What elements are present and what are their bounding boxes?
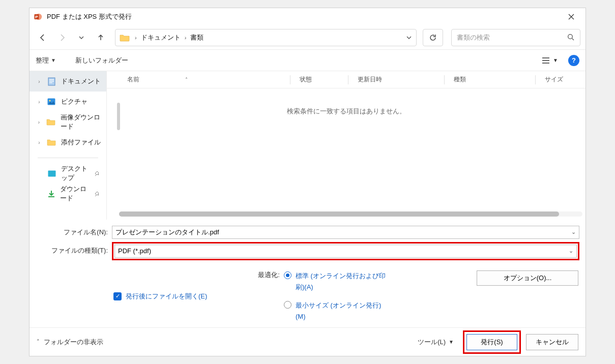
sidebar-item-pictures[interactable]: › ピクチャ [30, 92, 106, 112]
svg-text:P: P [35, 15, 38, 19]
pin-icon [95, 191, 100, 197]
column-type[interactable]: 種類 [454, 75, 535, 84]
open-after-checkbox[interactable]: ✓ 発行後にファイルを開く(E) [113, 270, 207, 322]
back-button[interactable] [35, 29, 51, 46]
breadcrumb-current[interactable]: 書類 [190, 33, 203, 42]
file-name-row: ファイル名(N): プレゼンテーションのタイトル.pdf ⌄ [36, 226, 579, 239]
sidebar-item-documents[interactable]: › ドキュメント [30, 71, 106, 92]
column-name[interactable]: 名前 ˄ [127, 75, 290, 84]
chevron-right-icon: › [37, 79, 42, 84]
sidebar-item-desktop[interactable]: デスクトップ [30, 163, 106, 184]
address-dropdown-icon[interactable] [406, 35, 412, 41]
sidebar-item-label: ピクチャ [61, 97, 87, 106]
sidebar-item-image-download[interactable]: › 画像ダウンロード [30, 112, 106, 132]
folder-icon [120, 34, 130, 42]
dialog-title: PDF または XPS 形式で発行 [47, 12, 132, 21]
svg-rect-4 [48, 78, 55, 85]
sidebar-item-attachments[interactable]: › 添付ファイル [30, 132, 106, 153]
svg-rect-7 [49, 82, 52, 83]
footer: ˄ フォルダーの非表示 ツール(L) ▼ 発行(S) キャンセル [30, 327, 585, 356]
pictures-icon [47, 97, 56, 106]
svg-rect-5 [49, 79, 54, 80]
file-list-area: 名前 ˄ 状態 更新日時 種類 サイズ 検索条件に一致する項目はありません。 [107, 71, 585, 220]
folder-icon [46, 117, 55, 127]
optimize-minimum-radio[interactable]: 最小サイズ (オンライン発行)(M) [284, 300, 387, 322]
breadcrumb-documents[interactable]: ドキュメント [141, 33, 181, 42]
file-fields: ファイル名(N): プレゼンテーションのタイトル.pdf ⌄ ファイルの種類(T… [30, 220, 585, 265]
sidebar-item-label: 画像ダウンロード [61, 113, 106, 131]
dropdown-icon[interactable]: ⌄ [571, 229, 576, 235]
list-icon [542, 57, 550, 64]
folder-icon [47, 138, 56, 147]
optimize-standard-radio[interactable]: 標準 (オンライン発行および印刷)(A) [284, 270, 387, 293]
sidebar-item-label: デスクトップ [61, 164, 90, 183]
horizontal-scrollbar[interactable] [119, 211, 582, 217]
sidebar: › ドキュメント › ピクチャ › 画像ダウンロード › 添付ファイル [30, 71, 107, 220]
save-dialog: P PDF または XPS 形式で発行 › ドキュメント › [29, 8, 586, 356]
options-area: ✓ 発行後にファイルを開く(E) 最適化: 標準 (オンライン発行および印刷)(… [30, 265, 585, 327]
organize-menu[interactable]: 整理 ▼ [36, 56, 56, 65]
cancel-button[interactable]: キャンセル [526, 334, 578, 350]
sidebar-item-downloads[interactable]: ダウンロード [30, 184, 106, 204]
svg-rect-6 [49, 81, 54, 81]
titlebar: P PDF または XPS 形式で発行 [30, 8, 585, 25]
chevron-right-icon: › [37, 99, 42, 105]
file-name-input[interactable]: プレゼンテーションのタイトル.pdf ⌄ [112, 226, 579, 239]
desktop-icon [48, 169, 56, 178]
tools-menu[interactable]: ツール(L) ▼ [418, 338, 454, 347]
close-button[interactable] [561, 9, 581, 24]
file-name-label: ファイル名(N): [36, 228, 112, 237]
publish-button[interactable]: 発行(S) [466, 334, 517, 350]
optimize-label: 最適化: [258, 270, 280, 322]
search-input[interactable]: 書類の検索 [451, 29, 580, 46]
column-headers: 名前 ˄ 状態 更新日時 種類 サイズ [107, 71, 585, 88]
svg-point-9 [49, 100, 50, 101]
column-size[interactable]: サイズ [545, 75, 585, 84]
empty-message: 検索条件に一致する項目はありません。 [107, 88, 585, 116]
optimize-block: 最適化: 標準 (オンライン発行および印刷)(A) 最小サイズ (オンライン発行… [258, 270, 387, 322]
radio-selected-icon [284, 271, 291, 279]
search-icon [567, 34, 575, 41]
recent-dropdown[interactable] [73, 29, 90, 46]
radio-unselected-icon [284, 301, 291, 309]
download-icon [48, 189, 55, 198]
dropdown-icon[interactable]: ⌄ [569, 248, 573, 254]
view-mode-button[interactable]: ▼ [542, 57, 558, 64]
sidebar-item-label: 添付ファイル [61, 138, 101, 147]
help-button[interactable]: ? [568, 55, 579, 66]
refresh-button[interactable] [423, 29, 443, 46]
sidebar-item-label: ドキュメント [61, 77, 101, 86]
publish-highlight: 発行(S) [463, 330, 521, 354]
chevron-right-icon: › [185, 35, 187, 41]
caret-down-icon: ▼ [51, 57, 56, 63]
checkbox-checked-icon: ✓ [113, 292, 122, 300]
search-placeholder: 書類の検索 [457, 33, 567, 42]
breadcrumb[interactable]: › ドキュメント › 書類 [135, 33, 203, 42]
address-bar[interactable]: › ドキュメント › 書類 [115, 29, 417, 46]
body: › ドキュメント › ピクチャ › 画像ダウンロード › 添付ファイル [30, 71, 585, 220]
chevron-right-icon: › [135, 35, 137, 41]
pin-icon [95, 171, 100, 176]
forward-button[interactable] [54, 29, 70, 46]
up-button[interactable] [93, 29, 109, 46]
file-type-label: ファイルの種類(T): [36, 241, 112, 260]
svg-rect-10 [48, 170, 56, 176]
sidebar-divider [38, 158, 98, 158]
powerpoint-icon: P [34, 12, 43, 21]
column-status[interactable]: 状態 [300, 75, 348, 84]
navigation-row: › ドキュメント › 書類 書類の検索 [30, 25, 585, 50]
chevron-right-icon: › [37, 140, 42, 145]
file-type-select[interactable]: PDF (*.pdf) ⌄ [114, 245, 577, 258]
column-date[interactable]: 更新日時 [358, 75, 444, 84]
file-type-row: ファイルの種類(T): PDF (*.pdf) ⌄ [36, 241, 579, 260]
document-icon [47, 77, 56, 86]
chevron-right-icon: › [37, 119, 41, 125]
sort-indicator-icon: ˄ [185, 77, 188, 82]
hide-folders-button[interactable]: ˄ フォルダーの非表示 [37, 338, 103, 347]
caret-down-icon: ▼ [449, 339, 454, 345]
caret-down-icon: ▼ [553, 57, 558, 63]
new-folder-button[interactable]: 新しいフォルダー [75, 56, 128, 65]
svg-point-3 [568, 35, 573, 39]
sidebar-item-label: ダウンロード [60, 185, 90, 203]
options-button[interactable]: オプション(O)... [477, 270, 578, 286]
